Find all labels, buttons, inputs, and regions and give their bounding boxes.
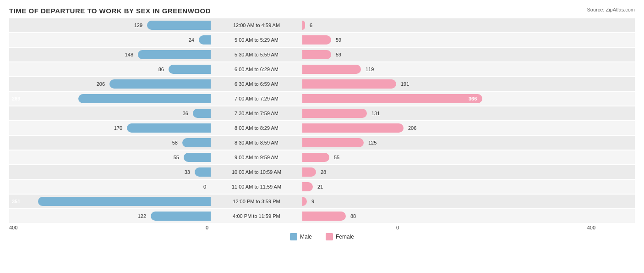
right-value-label: 119 [366,67,379,72]
table-row: 559:00 AM to 9:59 AM55 [9,150,635,164]
female-legend-box [326,233,333,240]
source-label: Source: ZipAtlas.com [587,7,635,12]
time-label: 6:00 AM to 6:29 AM [211,67,302,72]
left-value-label: 86 [150,67,164,72]
right-bar-container: 59 [302,48,504,61]
left-bar-container: 122 [9,209,211,223]
right-value-label: 9 [311,199,325,204]
right-bar-container: 206 [302,121,504,135]
legend: Male Female [9,233,635,240]
right-bar-container: 366 [302,92,504,106]
left-value-label: 148 [120,52,133,57]
right-value-label: 191 [401,81,415,87]
table-row: 1485:30 AM to 5:59 AM59 [9,48,635,61]
left-value-label: 129 [129,22,142,28]
table-row: 367:30 AM to 7:59 AM131 [9,106,635,120]
time-label: 10:00 AM to 10:59 AM [211,169,302,175]
left-axis: 400 0 [9,225,211,230]
table-row: 866:00 AM to 6:29 AM119 [9,62,635,76]
table-row: 12912:00 AM to 4:59 AM6 [9,18,635,32]
left-axis-end: 0 [206,225,208,230]
female-legend-label: Female [336,234,354,240]
left-bar-container: 170 [9,121,211,135]
time-label: 6:30 AM to 6:59 AM [211,81,302,87]
left-value-label: 122 [132,213,146,219]
time-label: 4:00 PM to 11:59 PM [211,213,302,219]
time-label: 12:00 AM to 4:59 AM [211,22,302,28]
male-legend-label: Male [300,234,312,240]
right-bar-container: 9 [302,195,504,208]
legend-male: Male [290,233,312,240]
right-value-label: 6 [310,22,323,28]
left-bar-container: 58 [9,136,211,150]
left-value-label: 0 [192,184,206,189]
time-label: 8:30 AM to 8:59 AM [211,140,302,145]
left-value-label: 55 [165,155,179,160]
right-value-label: 21 [317,184,331,189]
right-value-label: 206 [408,125,422,131]
right-axis-start: 0 [396,225,399,230]
table-row: 588:30 AM to 8:59 AM125 [9,136,635,150]
time-label: 11:00 AM to 11:59 AM [211,184,302,189]
axis-row: 400 0 0 400 [9,225,635,230]
left-axis-start: 400 [9,225,17,230]
table-row: 1708:00 AM to 8:29 AM206 [9,121,635,135]
left-bar-container: 206 [9,77,211,91]
right-bar-container: 21 [302,180,504,194]
table-row: 011:00 AM to 11:59 AM21 [9,180,635,194]
left-bar-container: 36 [9,106,211,120]
left-bar-container: 33 [9,165,211,179]
right-bar-container: 131 [302,106,504,120]
right-bar-container: 119 [302,62,504,76]
left-bar-container: 24 [9,33,211,47]
right-value-label: 55 [334,155,348,160]
time-label: 12:00 PM to 3:59 PM [211,199,302,204]
time-label: 7:00 AM to 7:29 AM [211,96,302,101]
table-row: 35112:00 PM to 3:59 PM9 [9,195,635,208]
table-row: 2066:30 AM to 6:59 AM191 [9,77,635,91]
left-bar-container: 129 [9,18,211,32]
left-bar-container: 0 [9,180,211,194]
left-value-label: 206 [91,81,105,87]
chart-title: TIME OF DEPARTURE TO WORK BY SEX IN GREE… [9,7,635,15]
left-bar-container: 148 [9,48,211,61]
table-row: 3310:00 AM to 10:59 AM28 [9,165,635,179]
male-legend-box [290,233,297,240]
table-row: 245:00 AM to 5:29 AM59 [9,33,635,47]
right-bar-container: 28 [302,165,504,179]
legend-female: Female [326,233,354,240]
right-bar-container: 59 [302,33,504,47]
time-label: 8:00 AM to 8:29 AM [211,125,302,131]
right-axis-end: 400 [587,225,595,230]
right-value-label: 28 [321,169,334,175]
left-bar-container: 351 [9,195,211,208]
time-label: 9:00 AM to 9:59 AM [211,155,302,160]
right-bar-container: 191 [302,77,504,91]
time-label: 5:00 AM to 5:29 AM [211,37,302,43]
right-value-label: 131 [371,111,385,116]
right-bar-container: 125 [302,136,504,150]
left-value-label: 58 [164,140,178,145]
chart-rows: 12912:00 AM to 4:59 AM6245:00 AM to 5:29… [9,18,635,223]
left-value-label: 24 [180,37,194,43]
right-value-label: 366 [469,96,477,101]
right-bar-container: 6 [302,18,504,32]
left-value-label: 33 [176,169,190,175]
table-row: 1224:00 PM to 11:59 PM88 [9,209,635,223]
left-value-label: 36 [175,111,188,116]
right-value-label: 125 [368,140,382,145]
time-label: 7:30 AM to 7:59 AM [211,111,302,116]
right-axis: 0 400 [394,225,595,230]
left-bar-container: 55 [9,150,211,164]
table-row: 2697:00 AM to 7:29 AM366 [9,92,635,106]
left-value-label: 170 [109,125,122,131]
left-bar-container: 86 [9,62,211,76]
time-label: 5:30 AM to 5:59 AM [211,52,302,57]
chart-container: TIME OF DEPARTURE TO WORK BY SEX IN GREE… [0,0,644,273]
left-value-label: 351 [9,197,40,206]
right-value-label: 59 [336,52,349,57]
right-value-label: 88 [350,213,364,219]
right-value-label: 59 [336,37,349,43]
right-bar-container: 55 [302,150,504,164]
left-value-label: 269 [9,94,81,103]
